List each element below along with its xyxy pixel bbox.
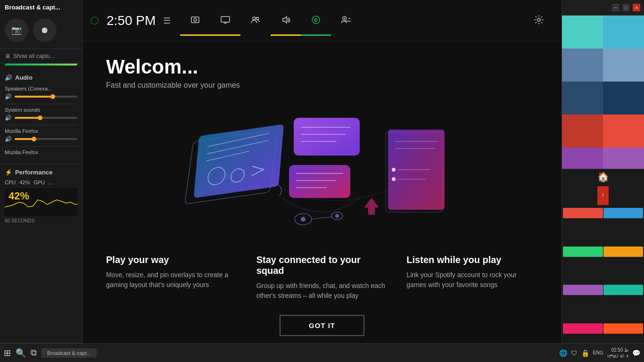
network-icon: 🌐 (559, 349, 567, 357)
app-icon-5[interactable] (563, 285, 603, 295)
svg-rect-0 (191, 17, 199, 23)
capture-buttons: 📷 ⏺ (5, 16, 77, 45)
swatch-7 (562, 115, 603, 148)
close-button[interactable]: ✕ (633, 4, 640, 11)
svg-marker-7 (283, 16, 287, 23)
app-icon-1[interactable] (563, 208, 603, 218)
vol-icon: 🔊 (5, 93, 12, 100)
feature-listen-while-play: Listen while you play Link your Spotify … (406, 255, 538, 301)
feature-stay-connected: Stay connected to your squad Group up wi… (256, 255, 388, 301)
swatch-8 (603, 115, 644, 148)
sidebar-header: Broadcast & capt... 📷 ⏺ (0, 0, 82, 49)
svg-point-40 (301, 217, 305, 222)
perf-icon: ⚡ (5, 169, 12, 176)
got-it-container: GOT IT (83, 310, 561, 346)
task-view-button[interactable]: ⧉ (31, 348, 37, 358)
svg-point-43 (335, 214, 339, 218)
mozilla-device-1: Mozilla Firefox 🔊 (5, 128, 77, 142)
nav-settings-btn[interactable] (524, 6, 554, 36)
swatch-10 (603, 148, 644, 169)
swatch-2 (603, 16, 644, 49)
performance-section: ⚡ Performance CPU 42% GPU ... 42% 60 SEC… (0, 164, 82, 228)
mozilla-device-2: Mozilla Firefox (5, 149, 77, 155)
nav-capture-btn[interactable] (180, 6, 210, 36)
taskbar: ⊞ 🔍 ⧉ Broadcast & capt... 🌐 🛡 🔒 ENG 02:5… (0, 343, 644, 362)
app-icon-3[interactable] (563, 247, 603, 257)
app-icon-2[interactable] (603, 208, 644, 218)
mozilla-slider[interactable] (15, 138, 77, 140)
hero-subtitle: Fast and customizable over your games (106, 81, 538, 90)
window-controls: ─ □ ✕ (562, 0, 644, 16)
nav-friends-btn[interactable] (240, 6, 271, 36)
svg-point-1 (194, 18, 197, 21)
top-nav: ⬡ 2:50 PM ☰ (83, 0, 561, 41)
xbox-logo: ⬡ (90, 15, 99, 27)
features-row: Play your way Move, resize, and pin over… (83, 250, 561, 310)
cpu-chart: 42% (5, 188, 77, 216)
nav-icons (180, 6, 554, 36)
monitor-icon: 🖥 (5, 53, 10, 59)
system-sounds-slider[interactable] (15, 117, 77, 119)
color-swatches: پیامف (562, 16, 644, 169)
audio-section: 🔊 Audio Speakers (Conexa... 🔊 System sou… (0, 69, 82, 164)
svg-rect-27 (289, 165, 350, 198)
start-button[interactable]: ⊞ (4, 348, 11, 358)
nav-lookingglass-btn[interactable] (331, 6, 361, 36)
show-all-captures[interactable]: 🖥 Show all captu... (0, 49, 82, 64)
speakers-device: Speakers (Conexa... 🔊 (5, 86, 77, 100)
speakers-slider[interactable] (15, 96, 77, 98)
nav-audio-btn[interactable] (271, 6, 301, 36)
app-icons-grid (562, 207, 644, 362)
speakers-volume: 🔊 (5, 93, 77, 100)
home-icon-area[interactable]: 🏠 (562, 169, 644, 184)
swatch-1 (562, 16, 603, 49)
taskbar-time: 02:50 ظ ۱۳۹۸/۰۷/۰۶ (607, 347, 628, 359)
svg-point-15 (537, 18, 540, 21)
hero-section: Welcom... Fast and customizable over you… (83, 41, 561, 99)
search-button[interactable]: 🔍 (16, 348, 26, 358)
app-icon-6[interactable] (603, 285, 644, 295)
svg-line-41 (312, 217, 331, 219)
hero-illustration (157, 104, 487, 245)
screenshot-button[interactable]: 📷 (5, 18, 28, 42)
hero-title: Welcom... (106, 56, 538, 78)
taskbar-left: ⊞ 🔍 ⧉ Broadcast & capt... (4, 348, 97, 358)
nav-screen-btn[interactable] (210, 6, 240, 36)
taskbar-app[interactable]: Broadcast & capt... (41, 348, 97, 358)
svg-point-10 (344, 18, 346, 19)
performance-header: ⚡ Performance (5, 169, 77, 176)
divider2 (5, 125, 77, 125)
hamburger-menu[interactable]: ☰ (163, 16, 171, 26)
divider (5, 104, 77, 104)
audio-icon: 🔊 (5, 74, 12, 81)
audio-header: 🔊 Audio (5, 74, 77, 81)
notifications-icon[interactable]: 💬 (632, 349, 640, 357)
antivirus-icon: 🔒 (581, 349, 589, 357)
red-indicator: ! (597, 186, 609, 205)
sys-vol-icon: 🔊 (5, 115, 12, 121)
app-icon-8[interactable] (603, 323, 644, 334)
illustration-area (83, 99, 561, 250)
svg-point-35 (392, 168, 396, 172)
svg-rect-2 (221, 16, 230, 22)
got-it-button[interactable]: GOT IT (280, 315, 364, 336)
app-icon-7[interactable] (563, 323, 603, 334)
app-icon-4[interactable] (603, 247, 644, 257)
minimize-button[interactable]: ─ (612, 4, 619, 11)
divider3 (5, 146, 77, 147)
home-icon: 🏠 (597, 171, 609, 182)
nav-spotify-btn[interactable] (301, 6, 331, 36)
moz-vol-icon: 🔊 (5, 136, 12, 142)
maximize-button[interactable]: □ (622, 4, 630, 11)
swatch-9 (562, 148, 603, 169)
time-display: 2:50 PM (107, 13, 156, 28)
cpu-gpu-row: CPU 42% GPU ... (5, 180, 77, 185)
sidebar-title: Broadcast & capt... (5, 4, 77, 11)
swatch-6 (603, 82, 644, 115)
main-content: ⬡ 2:50 PM ☰ (83, 0, 561, 362)
left-sidebar: Broadcast & capt... 📷 ⏺ 🖥 Show all captu… (0, 0, 83, 362)
record-button[interactable]: ⏺ (33, 18, 57, 42)
mozilla-volume: 🔊 (5, 136, 77, 142)
right-panel: ─ □ ✕ (561, 0, 644, 362)
feature-play-your-way: Play your way Move, resize, and pin over… (106, 255, 238, 301)
